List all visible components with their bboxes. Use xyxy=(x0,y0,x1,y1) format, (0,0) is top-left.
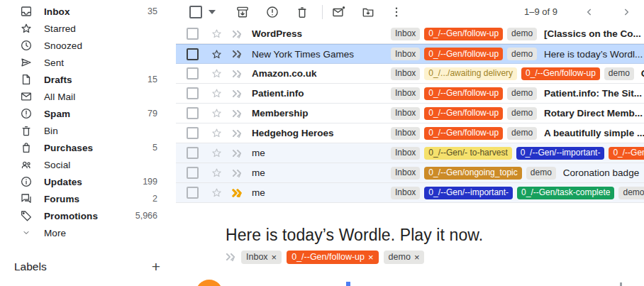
chevron-right-icon[interactable] xyxy=(616,2,637,22)
label-pill[interactable]: demo xyxy=(507,48,537,60)
create-label-icon[interactable]: + xyxy=(152,260,160,274)
star-icon[interactable] xyxy=(211,147,223,159)
label-pill[interactable]: demo xyxy=(507,87,537,100)
email-row[interactable]: meInbox0_/--Gen/ongoing_topicdemoCoronat… xyxy=(176,163,644,183)
label-pill[interactable]: 0_/--Gen/follow-up xyxy=(424,127,503,140)
row-labels: Inbox0_/--Gen/follow-updemoHere is today… xyxy=(391,48,644,60)
sidebar-item-sent[interactable]: Sent xyxy=(0,54,176,71)
sidebar-item-starred[interactable]: Starred xyxy=(0,20,176,37)
importance-marker-icon[interactable] xyxy=(232,189,243,197)
label-pill[interactable]: 0_/--Gen/task-complete xyxy=(517,187,614,199)
label-chip[interactable]: Inbox× xyxy=(241,251,282,264)
email-row[interactable]: meInbox0_/--Gen/--important-0_/--Gen/tas… xyxy=(176,183,644,203)
remove-label-icon[interactable]: × xyxy=(368,252,374,263)
label-pill[interactable]: 0_/--Gen/--important- xyxy=(516,147,605,160)
label-pill[interactable]: Inbox xyxy=(391,67,420,80)
select-all-checkbox[interactable] xyxy=(186,2,206,22)
label-pill[interactable]: demo xyxy=(507,28,537,40)
row-checkbox[interactable] xyxy=(187,187,199,199)
row-checkbox[interactable] xyxy=(187,87,199,99)
label-pill[interactable]: 0_/--Gen/follow-up xyxy=(424,48,503,60)
row-checkbox[interactable] xyxy=(187,67,199,79)
importance-marker-icon[interactable] xyxy=(232,50,243,58)
star-icon[interactable] xyxy=(211,107,223,119)
importance-marker-icon[interactable] xyxy=(232,149,243,158)
email-row[interactable]: WordPressInbox0_/--Gen/follow-updemo[Cla… xyxy=(176,24,644,44)
row-checkbox[interactable] xyxy=(187,107,199,119)
sidebar-item-purchases[interactable]: Purchases5 xyxy=(0,139,176,156)
importance-marker-icon[interactable] xyxy=(232,30,243,38)
importance-marker-icon[interactable] xyxy=(232,70,243,78)
row-checkbox[interactable] xyxy=(187,167,199,179)
label-pill[interactable]: demo xyxy=(618,187,644,199)
label-pill[interactable]: Inbox xyxy=(391,167,420,180)
select-dropdown-icon[interactable] xyxy=(206,2,218,22)
email-row[interactable]: Patient.infoInbox0_/--Gen/follow-updemoP… xyxy=(176,84,644,104)
label-pill[interactable]: Inbox xyxy=(391,187,420,199)
email-row[interactable]: MembershipInbox0_/--Gen/follow-updemoRot… xyxy=(176,104,644,123)
remove-label-icon[interactable]: × xyxy=(414,252,420,263)
star-icon[interactable] xyxy=(211,87,223,99)
archive-icon[interactable] xyxy=(233,2,252,22)
chevron-left-icon[interactable] xyxy=(579,2,600,22)
sidebar-item-bin[interactable]: Bin xyxy=(0,122,176,139)
star-icon[interactable] xyxy=(211,67,223,79)
label-pill[interactable]: Inbox xyxy=(391,87,420,100)
move-to-icon[interactable] xyxy=(358,2,378,22)
importance-marker-icon[interactable] xyxy=(232,109,243,118)
email-row[interactable]: New York Times GamesInbox0_/--Gen/follow… xyxy=(176,44,644,64)
label-pill[interactable]: Inbox xyxy=(391,48,420,60)
importance-marker-icon[interactable] xyxy=(232,89,243,98)
label-pill[interactable]: 0_/--Gen/follow-up xyxy=(609,147,644,160)
label-pill[interactable]: 0_/--Gen/--important- xyxy=(424,187,513,199)
remove-label-icon[interactable]: × xyxy=(272,252,277,263)
sidebar-item-promotions[interactable]: Promotions5,966 xyxy=(0,207,176,224)
label-pill[interactable]: 0_/--Gen/- to-harvest xyxy=(424,147,511,160)
star-icon[interactable] xyxy=(211,167,223,179)
row-checkbox[interactable] xyxy=(187,28,199,40)
pagination-status[interactable]: 1–9 of 9 xyxy=(524,6,557,17)
label-pill[interactable]: demo xyxy=(507,107,537,120)
label-pill[interactable]: 0_/--Gen/follow-up xyxy=(424,28,503,40)
row-checkbox[interactable] xyxy=(187,127,199,139)
sidebar-item-snoozed[interactable]: Snoozed xyxy=(0,37,176,54)
importance-marker-icon[interactable] xyxy=(232,169,243,177)
sidebar-item-more[interactable]: More xyxy=(0,224,176,241)
label-pill[interactable]: 0_/.../awaiting delivery xyxy=(424,67,517,80)
email-row[interactable]: Amazon.co.ukInbox0_/.../awaiting deliver… xyxy=(176,64,644,84)
email-row[interactable]: Hedgehog HeroesInbox0_/--Gen/follow-upde… xyxy=(176,123,644,143)
email-row[interactable]: meInbox0_/--Gen/- to-harvest0_/--Gen/--i… xyxy=(176,143,644,163)
star-icon[interactable] xyxy=(211,28,223,40)
star-icon[interactable] xyxy=(211,187,223,199)
label-chip[interactable]: 0_/--Gen/follow-up× xyxy=(287,251,378,264)
label-pill[interactable]: 0_/--Gen/follow-up xyxy=(424,87,503,100)
importance-marker-icon[interactable] xyxy=(226,251,236,264)
label-chip[interactable]: demo× xyxy=(384,251,425,264)
more-options-icon[interactable] xyxy=(387,2,406,22)
label-pill[interactable]: demo xyxy=(604,67,634,80)
sidebar-item-all-mail[interactable]: All Mail xyxy=(0,88,176,105)
star-icon[interactable] xyxy=(211,127,223,139)
label-pill[interactable]: Inbox xyxy=(391,147,420,160)
row-checkbox[interactable] xyxy=(187,48,199,60)
star-icon[interactable] xyxy=(211,48,223,60)
sidebar-item-forums[interactable]: Forums2 xyxy=(0,190,176,207)
sidebar-item-drafts[interactable]: Drafts15 xyxy=(0,71,176,88)
label-pill[interactable]: demo xyxy=(507,127,537,140)
sidebar-item-social[interactable]: Social xyxy=(0,156,176,173)
importance-marker-icon[interactable] xyxy=(232,129,243,138)
sidebar-item-inbox[interactable]: Inbox35 xyxy=(0,3,176,20)
label-pill[interactable]: 0_/--Gen/ongoing_topic xyxy=(424,167,521,180)
label-pill[interactable]: Inbox xyxy=(391,127,420,140)
row-checkbox[interactable] xyxy=(187,147,199,159)
label-pill[interactable]: Inbox xyxy=(391,107,420,120)
label-pill[interactable]: demo xyxy=(526,167,556,180)
report-spam-icon[interactable] xyxy=(262,2,282,22)
label-pill[interactable]: 0_/--Gen/follow-up xyxy=(424,107,503,120)
sidebar-item-updates[interactable]: Updates199 xyxy=(0,173,176,190)
label-pill[interactable]: 0_/--Gen/follow-up xyxy=(521,67,600,80)
sidebar-item-spam[interactable]: Spam79 xyxy=(0,105,176,122)
mark-unread-icon[interactable] xyxy=(328,2,348,22)
label-pill[interactable]: Inbox xyxy=(391,28,420,40)
delete-icon[interactable] xyxy=(292,2,312,22)
